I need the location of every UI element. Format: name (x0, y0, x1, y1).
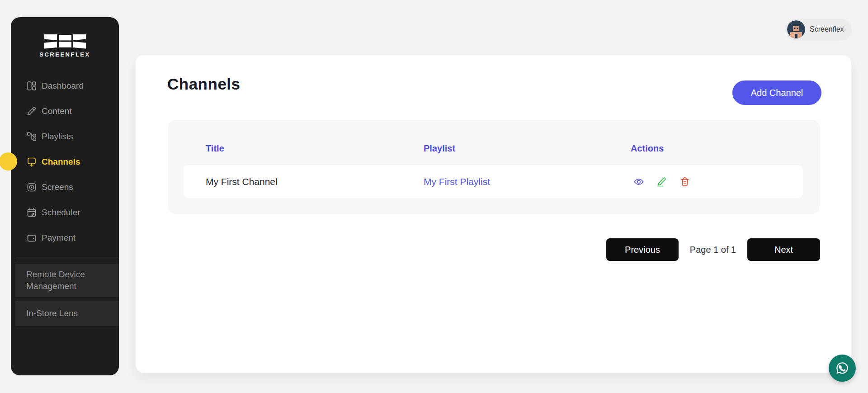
pixel-avatar-image (787, 20, 805, 38)
screens-player-icon (26, 182, 37, 193)
sidebar-item-label: Channels (42, 157, 80, 167)
page-title: Channels (167, 75, 241, 93)
sidebar-item-label: Dashboard (42, 81, 84, 91)
channel-title-cell: My First Channel (206, 176, 278, 187)
trash-icon (679, 176, 690, 187)
main-content-card: Channels Add Channel Title Playlist Acti… (136, 55, 851, 373)
sidebar-item-dashboard[interactable]: Dashboard (11, 73, 119, 99)
user-name-label: Screenflex (810, 25, 844, 33)
screenflex-videowall-icon (43, 34, 87, 50)
column-header-title: Title (206, 143, 224, 154)
playlist-link[interactable]: My First Playlist (424, 176, 490, 187)
sidebar-item-in-store-lens[interactable]: In-Store Lens (15, 301, 119, 326)
whatsapp-chat-button[interactable] (829, 355, 856, 382)
sidebar-item-label: Content (42, 106, 72, 116)
channels-table: Title Playlist Actions My First Channel … (168, 120, 820, 214)
sidebar-item-scheduler[interactable]: Scheduler (11, 200, 119, 225)
user-menu-chip[interactable]: Screenflex (786, 19, 851, 40)
sidebar: SCREENFLEX Dashboard Content (11, 17, 119, 375)
sidebar-item-content[interactable]: Content (11, 99, 119, 124)
brush-icon (26, 106, 37, 117)
sidebar-nav: Dashboard Content Playlists (11, 73, 119, 251)
sidebar-divider (16, 257, 119, 257)
whatsapp-icon (834, 360, 850, 376)
view-button[interactable] (633, 176, 644, 187)
column-header-playlist: Playlist (424, 143, 455, 154)
sidebar-item-payment[interactable]: Payment (11, 225, 119, 251)
sidebar-item-screens[interactable]: Screens (11, 175, 119, 200)
sidebar-item-playlists[interactable]: Playlists (11, 124, 119, 149)
next-page-button[interactable]: Next (747, 238, 820, 261)
add-channel-button[interactable]: Add Channel (732, 80, 821, 105)
scheduler-calendar-icon (26, 207, 37, 218)
brand-wordmark: SCREENFLEX (39, 51, 90, 58)
sidebar-item-label: Screens (42, 182, 73, 192)
sidebar-item-label: Payment (42, 233, 75, 243)
brand-logo: SCREENFLEX (11, 34, 119, 58)
table-row: My First Channel My First Playlist (184, 165, 803, 198)
edit-pencil-icon (656, 176, 667, 187)
row-actions (633, 176, 690, 187)
sidebar-item-label: Playlists (42, 132, 73, 142)
channels-screen-icon (26, 156, 37, 167)
edit-button[interactable] (656, 176, 667, 187)
sidebar-section-label: Remote Device Management (26, 269, 112, 292)
sidebar-item-remote-device-management[interactable]: Remote Device Management (15, 264, 119, 297)
payment-wallet-icon (26, 232, 37, 243)
eye-icon (633, 176, 644, 187)
delete-button[interactable] (679, 176, 690, 187)
previous-page-button[interactable]: Previous (606, 238, 679, 261)
sidebar-section-label: In-Store Lens (26, 308, 78, 319)
playlists-tree-icon (26, 131, 37, 142)
sidebar-item-label: Scheduler (42, 208, 80, 218)
dashboard-icon (26, 80, 37, 91)
sidebar-item-channels[interactable]: Channels (11, 149, 119, 175)
avatar (787, 20, 805, 38)
column-header-actions: Actions (631, 143, 664, 154)
page-indicator: Page 1 of 1 (679, 238, 747, 261)
